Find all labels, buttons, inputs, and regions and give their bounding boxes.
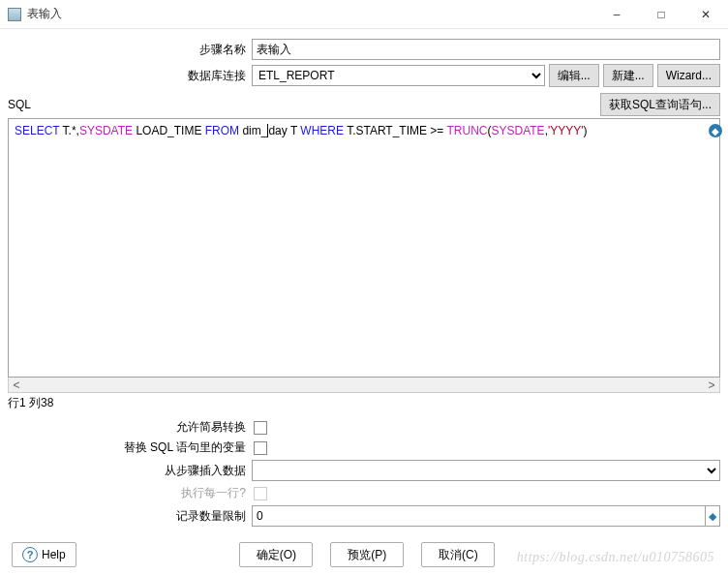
cursor-status: 行1 列38 <box>8 395 720 411</box>
replace-vars-label: 替换 SQL 语句里的变量 <box>8 439 252 456</box>
lazy-conversion-checkbox[interactable] <box>254 421 267 435</box>
sql-editor[interactable]: SELECT T.*,SYSDATE LOAD_TIME FROM dim_da… <box>8 118 720 378</box>
dialog-footer: ? Help 确定(O) 预览(P) 取消(C) <box>0 534 728 575</box>
help-label: Help <box>42 548 66 561</box>
record-limit-spinner[interactable]: ◆ <box>705 505 720 527</box>
db-connection-select[interactable]: ETL_REPORT <box>252 65 545 86</box>
ok-button[interactable]: 确定(O) <box>239 542 313 567</box>
step-name-input[interactable] <box>252 39 720 60</box>
help-button[interactable]: ? Help <box>12 542 76 567</box>
cancel-button[interactable]: 取消(C) <box>421 542 495 567</box>
record-limit-label: 记录数量限制 <box>8 508 252 525</box>
app-icon <box>8 8 21 21</box>
from-step-label: 从步骤插入数据 <box>8 463 252 479</box>
exec-each-row-label: 执行每一行? <box>8 485 252 501</box>
maximize-button[interactable]: □ <box>639 0 683 29</box>
get-sql-button[interactable]: 获取SQL查询语句... <box>600 93 720 116</box>
scroll-right-icon[interactable]: > <box>704 378 719 393</box>
exec-each-row-checkbox <box>254 487 267 500</box>
close-button[interactable]: ✕ <box>683 0 728 29</box>
from-step-select[interactable] <box>252 460 720 481</box>
step-name-label: 步骤名称 <box>8 42 252 58</box>
scroll-left-icon[interactable]: < <box>9 378 24 393</box>
lazy-conversion-label: 允许简易转换 <box>8 419 252 436</box>
db-connection-label: 数据库连接 <box>8 68 252 84</box>
preview-button[interactable]: 预览(P) <box>330 542 404 567</box>
wizard-button[interactable]: Wizard... <box>657 64 720 87</box>
help-icon: ? <box>22 547 38 562</box>
sql-label: SQL <box>8 98 596 111</box>
sql-horizontal-scrollbar[interactable]: < > <box>8 378 720 393</box>
new-connection-button[interactable]: 新建... <box>603 64 653 87</box>
window-title: 表输入 <box>27 6 594 22</box>
record-limit-input[interactable] <box>252 505 705 527</box>
edit-connection-button[interactable]: 编辑... <box>549 64 599 87</box>
title-bar: 表输入 – □ ✕ <box>0 0 728 29</box>
replace-vars-checkbox[interactable] <box>254 441 267 455</box>
minimize-button[interactable]: – <box>594 0 639 29</box>
expand-icon[interactable]: ◆ <box>709 124 722 137</box>
